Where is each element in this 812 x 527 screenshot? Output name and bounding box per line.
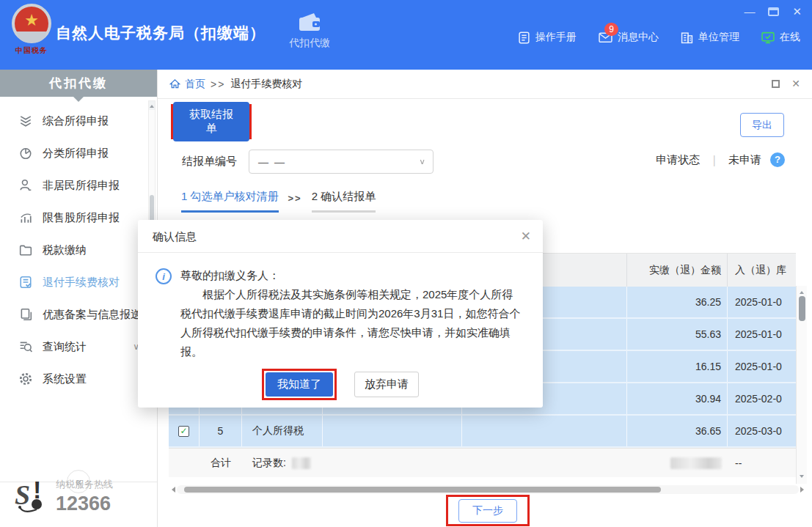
sidebar-item-label: 优惠备案与信息报送 bbox=[43, 308, 142, 322]
export-button[interactable]: 导出 bbox=[740, 113, 784, 137]
pane-close-button[interactable]: ✕ bbox=[791, 78, 800, 89]
pane-maximize-button[interactable] bbox=[772, 80, 780, 88]
confirm-dialog: 确认信息 ✕ i 尊敬的扣缴义务人： 根据个人所得税法及其实施条例等相关规定，2… bbox=[138, 220, 543, 408]
sidebar-header: 代扣代缴 bbox=[0, 70, 157, 97]
table-horizontal-scrollbar[interactable] bbox=[169, 485, 807, 494]
nav-online-status[interactable]: 在线 bbox=[761, 31, 800, 44]
window-close-button[interactable]: ✕ bbox=[792, 6, 802, 17]
table-row: ✓ 5 个人所得税 36.65 2025-03-0 bbox=[169, 416, 796, 448]
scroll-right-icon[interactable] bbox=[800, 487, 807, 493]
dialog-message: 根据个人所得税法及其实施条例等相关规定，2025年度个人所得税代扣代缴手续费退库… bbox=[180, 285, 524, 361]
hotline-headset-icon: S ! bbox=[15, 479, 48, 515]
nav-message-center[interactable]: 9 消息中心 bbox=[599, 31, 659, 44]
layers-icon bbox=[19, 114, 32, 128]
dialog-greeting: 尊敬的扣缴义务人： bbox=[180, 266, 524, 285]
window-controls: — ✕ bbox=[744, 6, 802, 17]
breadcrumb-separator: >> bbox=[211, 78, 225, 90]
scroll-left-icon[interactable] bbox=[169, 487, 175, 493]
dialog-buttons: 我知道了 放弃申请 bbox=[138, 369, 543, 400]
hotline-number: 12366 bbox=[56, 493, 113, 515]
scroll-up-icon[interactable] bbox=[797, 287, 807, 295]
breadcrumb-current: 退付手续费核对 bbox=[230, 78, 302, 91]
service-hotline: S ! 纳税服务热线 12366 bbox=[15, 478, 113, 515]
bar-chart-icon bbox=[19, 211, 32, 224]
redacted-footer-amount bbox=[670, 457, 722, 469]
app-title: 自然人电子税务局（扣缴端） bbox=[56, 23, 266, 43]
help-icon[interactable]: ? bbox=[770, 152, 785, 167]
wallet-icon bbox=[297, 12, 322, 32]
horizontal-scrollbar-track[interactable] bbox=[177, 485, 799, 494]
svg-text:S: S bbox=[15, 479, 30, 510]
step-2-confirm-statement[interactable]: 2 确认结报单 bbox=[312, 190, 376, 213]
breadcrumb-home-link[interactable]: 首页 bbox=[169, 78, 205, 91]
abandon-application-button[interactable]: 放弃申请 bbox=[354, 372, 419, 397]
footer-period: -- bbox=[728, 449, 796, 477]
sidebar-item-label: 分类所得申报 bbox=[43, 147, 109, 161]
sidebar-item-classified-income[interactable]: 分类所得申报 bbox=[0, 137, 147, 169]
next-step-button[interactable]: 下一步 bbox=[458, 499, 517, 523]
cell-levy-subitem bbox=[323, 416, 462, 446]
scroll-up-icon[interactable] bbox=[149, 101, 155, 110]
acknowledge-button[interactable]: 我知道了 bbox=[266, 372, 333, 397]
gear-icon bbox=[19, 372, 32, 386]
cell-levy-item: 个人所得税 bbox=[242, 416, 323, 446]
folder-icon bbox=[19, 243, 32, 257]
national-emblem-icon: ★ bbox=[12, 4, 51, 43]
sidebar-item-restricted-shares[interactable]: 限售股所得申报 bbox=[0, 202, 147, 234]
sidebar-item-nonresident-income[interactable]: 非居民所得申报 bbox=[0, 169, 147, 202]
col-treasury-period: 入（退）库 bbox=[728, 254, 796, 287]
check-icon: ✓ bbox=[180, 426, 187, 436]
application-status: 申请状态 ｜ 未申请 ? bbox=[656, 152, 785, 167]
statement-number-select[interactable]: — — ∨ bbox=[249, 150, 434, 174]
steps: 1 勾选单户核对清册 >> 2 确认结报单 bbox=[181, 190, 376, 213]
nav-organization[interactable]: 单位管理 bbox=[681, 31, 739, 44]
documents-icon bbox=[19, 308, 32, 321]
cell-treasury-period: 2025-02-0 bbox=[728, 383, 796, 414]
dialog-close-icon[interactable]: ✕ bbox=[521, 220, 531, 253]
person-icon bbox=[19, 179, 32, 192]
nav-organization-label: 单位管理 bbox=[698, 31, 739, 44]
table-vertical-scrollbar[interactable] bbox=[796, 286, 807, 484]
sidebar-item-comprehensive-income[interactable]: 综合所得申报 bbox=[0, 105, 147, 137]
annotation-box-confirm: 我知道了 bbox=[262, 369, 337, 400]
star-icon: ★ bbox=[24, 12, 39, 29]
cell-treasury-period: 2025-01-0 bbox=[728, 287, 796, 317]
step-1-check-list[interactable]: 1 勾选单户核对清册 bbox=[181, 190, 279, 213]
cell-tax-ticket-no bbox=[462, 416, 627, 446]
tab-withholding-module[interactable]: 代扣代缴 bbox=[286, 12, 333, 50]
message-badge: 9 bbox=[604, 23, 618, 36]
nav-manual[interactable]: 操作手册 bbox=[518, 31, 577, 44]
cell-paid-amount: 36.65 bbox=[627, 416, 728, 446]
nav-online-label: 在线 bbox=[780, 31, 800, 44]
row-checkbox[interactable]: ✓ bbox=[178, 426, 189, 437]
horizontal-scrollbar-thumb[interactable] bbox=[184, 487, 661, 493]
sidebar-item-system-settings[interactable]: 系统设置 bbox=[0, 363, 147, 395]
annotation-box-next: 下一步 bbox=[446, 495, 530, 526]
cell-paid-amount: 55.63 bbox=[627, 319, 728, 350]
cell-treasury-period: 2025-01-0 bbox=[728, 351, 796, 382]
organization-icon bbox=[681, 32, 693, 44]
sidebar-item-label: 限售股所得申报 bbox=[43, 211, 120, 225]
fetch-statement-button[interactable]: 获取结报单 bbox=[173, 102, 249, 141]
sidebar-item-label: 综合所得申报 bbox=[43, 114, 109, 128]
annotation-box-fetch: 获取结报单 bbox=[171, 104, 252, 139]
table-footer-row: 合计 记录数: -- bbox=[169, 448, 796, 477]
sidebar-item-label: 退付手续费核对 bbox=[43, 276, 120, 290]
sidebar-item-refund-fee-check[interactable]: 退付手续费核对 bbox=[0, 266, 147, 298]
window-maximize-button[interactable] bbox=[768, 7, 779, 16]
tax-bureau-logo: ★ 中国税务 bbox=[9, 4, 54, 56]
pie-chart-icon bbox=[19, 147, 32, 160]
top-bar: ★ 中国税务 自然人电子税务局（扣缴端） 代扣代缴 操作手册 bbox=[0, 0, 812, 70]
dialog-title-bar: 确认信息 ✕ bbox=[138, 220, 543, 253]
sidebar-item-query-statistics[interactable]: 查询统计 ∨ bbox=[0, 331, 147, 363]
status-divider: ｜ bbox=[709, 153, 720, 167]
logo-caption: 中国税务 bbox=[9, 45, 54, 56]
footer-records-label: 记录数: bbox=[252, 457, 286, 470]
module-tab-label: 代扣代缴 bbox=[286, 37, 333, 50]
vertical-scrollbar-thumb[interactable] bbox=[799, 296, 805, 321]
breadcrumb-home-label: 首页 bbox=[185, 78, 205, 91]
sidebar-item-preferential-filing[interactable]: 优惠备案与信息报送 ∨ bbox=[0, 298, 147, 331]
window-minimize-button[interactable]: — bbox=[744, 6, 755, 17]
sidebar-item-tax-payment[interactable]: 税款缴纳 bbox=[0, 234, 147, 266]
scroll-down-icon[interactable] bbox=[797, 473, 807, 482]
